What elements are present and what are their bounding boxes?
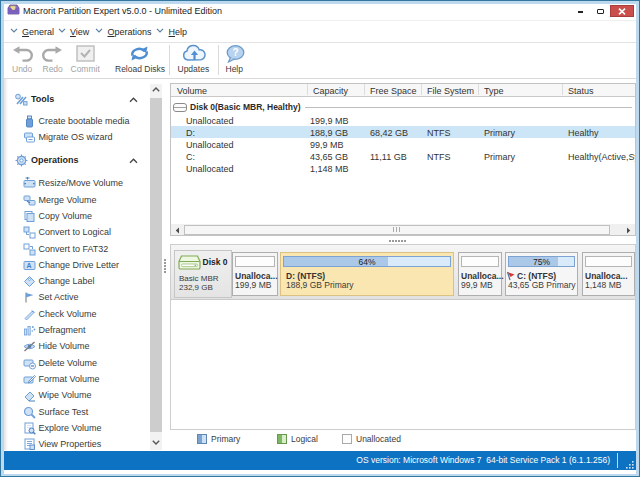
svg-text:?: ? [232,47,238,58]
svg-text:A: A [27,262,32,269]
